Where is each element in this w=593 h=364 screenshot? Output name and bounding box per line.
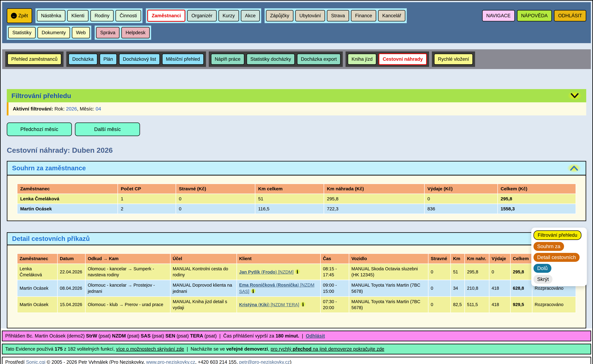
next-month-button[interactable]: Další měsíc [75,123,140,136]
subnav-plan[interactable]: Plán [100,54,117,65]
link[interactable]: přechod [293,346,311,352]
subnav-dochazka[interactable]: Docházka [68,54,98,65]
subnav-group-quick: Rychlé vložení [432,52,475,67]
nav-helpdesk[interactable]: Helpdesk [121,27,150,38]
text-segment: Přihlášen Bc. Martin Ocásek (demo2) [5,333,86,338]
menu-souhrn-za[interactable]: Souhrn za [534,242,564,251]
col-celkem: Celkem (Kč) [498,184,576,194]
nav-ubytovani[interactable]: Ubytování [295,10,325,21]
menu-filtrovani-prehledu[interactable]: Filtrování přehledu [534,230,581,240]
col-stravne: Stravné (Kč) [176,184,255,194]
col-celkem: Celkem [511,254,532,264]
summary-row-2: Martin Ocásek 2 0 116,5 722,3 836 1558,3 [17,204,576,214]
web-link[interactable]: www.pro-neziskovky.cz [146,359,195,364]
menu-skryt[interactable]: Skrýt [534,275,553,284]
nav-organizer[interactable]: Organizér [187,10,217,21]
client-link[interactable]: Kristýna [239,302,257,307]
nav-kurzy[interactable]: Kurzy [218,10,239,21]
subnav-cestovni-nahrady-active[interactable]: Cestovní náhrady [379,53,427,65]
info-icon[interactable]: i [295,269,300,274]
client-link[interactable]: Jan Pytlík (Frodo) [NZDM] [239,270,294,274]
text-segment: Frodo [263,270,275,274]
nav-nastenka[interactable]: Nástěnka [37,10,65,21]
text-segment: | Nacházíte se ve [184,346,226,352]
col-pocet-cp: Počet CP [118,184,176,194]
chevron-up-icon[interactable] [567,164,581,173]
nav-web[interactable]: Web [72,27,90,38]
summary-row-1: Lenka Čmeláková 1 0 51 295,8 0 295,8 [17,194,576,204]
col-vozidlo: Vozidlo [349,254,428,264]
client-link[interactable]: Ema Rosničková [239,282,275,287]
link[interactable]: na jiné demoverze pokračujte zde [311,346,384,352]
detail-row-2: Martin Ocásek 08.04.2026 Olomouc - kance… [17,280,576,297]
nav-statistiky[interactable]: Statistiky [8,27,36,38]
chevron-down-icon[interactable] [568,91,582,100]
subnav-napln-prace[interactable]: Náplň práce [211,54,244,65]
cell-cas: 08:15 - 17:45 [321,264,349,280]
subnav-prehled-zamestnancu[interactable]: Přehled zaměstnanců [7,54,61,65]
nav-strava[interactable]: Strava [327,10,349,21]
sonic-link[interactable]: Sonic.cgi [26,359,45,364]
col-km: Km [451,254,465,264]
subnav-dochazka-export[interactable]: Docházka export [297,54,341,65]
cell-celkem: 295,8 [498,194,576,204]
cell-zamestnanec: Martin Ocásek [17,280,58,297]
text-segment: , +420 603 214 155, [195,359,239,364]
skryvani-link[interactable]: více o možnostech skrývání zde [116,346,184,352]
summary-section: Souhrn za zaměstnance Zaměstnanec [7,161,586,221]
nav-kancelar[interactable]: Kancelář [378,10,405,21]
nav-klienti[interactable]: Klienti [67,10,88,21]
detail-table: Zaměstnanec Datum Odkud → Kam Účel Klien… [17,253,576,313]
subnav-kniha-jizd[interactable]: Kniha jízd [348,54,376,65]
text-segment: [NZDM TERA] [270,302,299,307]
nav-rodiny[interactable]: Rodiny [90,10,114,21]
text-segment: Aktivní filtrování: [13,106,54,111]
client-link[interactable]: Jan Pytlík [239,270,260,274]
nav-zamestnanci-active[interactable]: Zaměstnanci [147,10,185,22]
text-segment: ( [257,302,260,307]
month-navigation: Předchozí měsíc Další měsíc [7,123,586,136]
text-segment: , Měsíc: [77,106,96,111]
back-button[interactable]: ← Zpět [7,8,32,23]
nav-finance[interactable]: Finance [351,10,376,21]
cell-vydaje: 0 [424,194,498,204]
napoveda-button[interactable]: NÁPOVĚDA [517,10,552,21]
back-button-label: Zpět [18,13,28,19]
demoverze-link[interactable]: pro rychlý [270,346,293,352]
text-segment: [NZDM] [278,270,294,274]
text-segment: 175 [55,346,63,352]
cell-km-nahrada: 722,3 [324,204,424,214]
text-segment: SAS [141,333,151,338]
cell-celkem: 628,8 [511,280,532,297]
info-icon[interactable]: i [300,301,306,307]
menu-dolu[interactable]: Dolů [534,264,551,273]
nav-right-buttons: NAVIGACE NÁPOVĚDA ODHLÁSIT [482,8,586,23]
top-navigation-bar: ← Zpět Nástěnka Klienti Rodiny Činnosti … [2,2,591,43]
previous-month-button[interactable]: Předchozí měsíc [7,123,72,136]
col-ucel: Účel [170,254,237,264]
odhlasit-link[interactable]: Odhlásit [306,333,325,338]
client-link[interactable]: Kristýna (Kiki) [NZDM TERA] [239,302,299,307]
info-icon[interactable]: i [250,288,256,294]
subnav-rychle-vlozeni[interactable]: Rychlé vložení [434,54,473,65]
nav-dokumenty[interactable]: Dokumenty [38,27,70,38]
filter-year-value[interactable]: 2026 [66,106,77,111]
navigace-button[interactable]: NAVIGACE [482,10,515,21]
nav-akce[interactable]: Akce [241,10,260,21]
summary-header: Souhrn za zaměstnance [7,162,586,176]
odhlasit-button[interactable]: ODHLÁSIT [554,10,586,21]
col-zamestnanec: Zaměstnanec [17,254,58,264]
text-segment: z 182 volitelných funkcí, [63,346,116,352]
subnav-statistiky-dochazky[interactable]: Statistiky docházky [247,54,295,65]
email-link[interactable]: petr@pro-neziskovky.cz [239,359,290,364]
menu-detail-cestovnich[interactable]: Detail cestovních [534,253,580,262]
nav-zapujcky[interactable]: Zápůjčky [266,10,293,21]
quick-jump-menu: Filtrování přehledu Souhrn za Detail ces… [531,228,587,286]
subnav-dochazkovy-list[interactable]: Docházkový list [119,54,160,65]
subnav-mesicni-prehled[interactable]: Měsíční přehled [162,54,204,65]
filter-month-value[interactable]: 04 [96,106,101,111]
nav-cinnosti[interactable]: Činnosti [115,10,141,21]
nav-sprava[interactable]: Správa [96,27,119,38]
summary-table: Zaměstnanec Počet CP Stravné (Kč) Km cel… [17,183,576,214]
cell-stravne: 0 [176,204,255,214]
